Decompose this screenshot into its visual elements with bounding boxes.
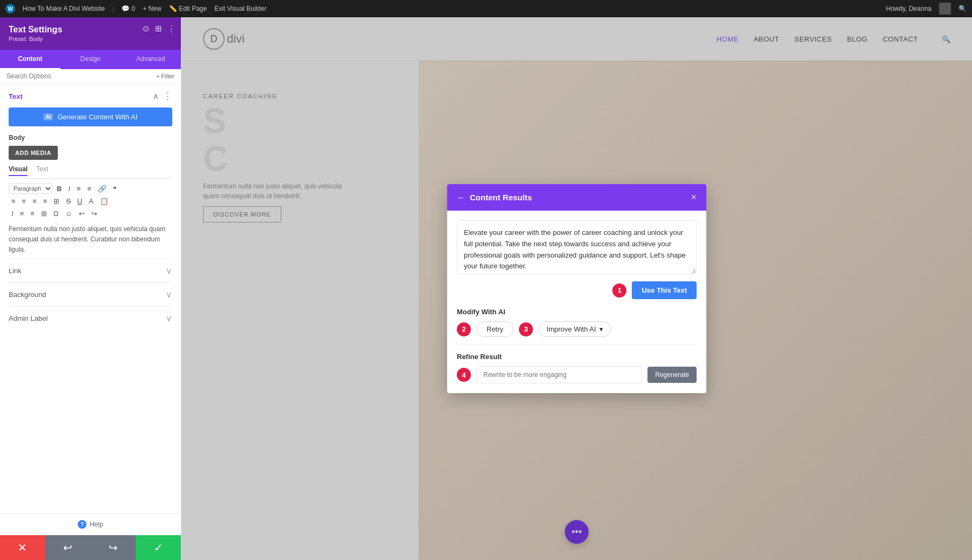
help-button[interactable]: ? Help <box>0 513 181 535</box>
fullscreen-btn[interactable]: ⊞ <box>38 208 50 219</box>
use-text-row: 1 Use This Text <box>457 281 697 299</box>
admin-bar-new[interactable]: + New <box>143 5 161 12</box>
admin-bar-site-title[interactable]: How To Make A Divi Website <box>23 5 105 12</box>
editor-tab-visual[interactable]: Visual <box>9 165 28 176</box>
admin-label-section[interactable]: Admin Label ∨ <box>9 306 172 330</box>
sidebar-icon-more[interactable]: ⋮ <box>167 24 176 33</box>
admin-bar-search-icon[interactable]: 🔍 <box>959 5 967 12</box>
generate-btn-label: Generate Content With AI <box>57 113 137 121</box>
background-section[interactable]: Background ∨ <box>9 282 172 306</box>
modal-body: Elevate your career with the power of ca… <box>447 211 706 393</box>
text-section-label: Text <box>9 92 23 100</box>
quote-btn[interactable]: ❝ <box>110 184 119 194</box>
badge-4: 4 <box>457 368 471 382</box>
text-dir-btn[interactable]: ≡ <box>28 208 37 219</box>
sidebar-preset[interactable]: Preset: Body <box>9 36 172 42</box>
cancel-button[interactable]: ✕ <box>0 535 45 560</box>
omega-btn[interactable]: Ω <box>51 208 62 219</box>
link-label: Link <box>9 267 22 275</box>
emoji-btn[interactable]: ☺ <box>63 208 75 219</box>
toolbar-row-3: I ≡ ≡ ⊞ Ω ☺ ↩ ↪ <box>9 208 172 219</box>
modify-section: Modify With AI 2 Retry 3 Improve With AI… <box>457 308 697 337</box>
undo-button[interactable]: ↩ <box>45 535 91 560</box>
link-chevron: ∨ <box>166 266 172 276</box>
paragraph-select[interactable]: Paragraph <box>9 183 53 194</box>
sidebar-icon-settings[interactable]: ⊙ <box>143 24 150 33</box>
align-left-btn[interactable]: ≡ <box>9 196 18 206</box>
wp-logo[interactable]: W <box>5 4 15 14</box>
text-section-more[interactable]: ⋮ <box>163 90 172 102</box>
admin-bar-exit[interactable]: Exit Visual Builder <box>214 5 267 12</box>
content-results-modal: ← Content Results × Elevate your career … <box>447 184 706 393</box>
indent-btn[interactable]: I <box>9 208 16 219</box>
table-btn[interactable]: ⊞ <box>51 196 62 206</box>
italic-btn[interactable]: I <box>65 184 73 194</box>
retry-button[interactable]: Retry <box>476 321 514 337</box>
editor-tabs: Visual Text <box>9 165 172 179</box>
website-preview: D divi HOME ABOUT SERVICES BLOG CONTACT … <box>181 17 972 560</box>
strikethrough-btn[interactable]: S <box>63 196 73 206</box>
tab-content[interactable]: Content <box>0 50 60 69</box>
sidebar-icon-layout[interactable]: ⊞ <box>155 24 162 33</box>
modify-buttons: 2 Retry 3 Improve With AI ▾ <box>457 321 697 337</box>
admin-label-chevron: ∨ <box>166 313 172 323</box>
underline-btn[interactable]: U <box>75 196 85 206</box>
sidebar-header-icons: ⊙ ⊞ ⋮ <box>143 24 176 33</box>
refine-row: 4 Regenerate <box>457 366 697 383</box>
text-section-chevron[interactable]: ∧ <box>153 92 158 100</box>
body-label: Body <box>9 134 172 141</box>
paste-btn[interactable]: 📋 <box>97 196 111 206</box>
ordered-list-btn[interactable]: ≡ <box>85 184 94 194</box>
badge-1: 1 <box>612 284 626 298</box>
sidebar-tabs: Content Design Advanced <box>0 50 181 69</box>
editor-tab-text[interactable]: Text <box>36 165 48 176</box>
result-textarea[interactable]: Elevate your career with the power of ca… <box>457 220 697 274</box>
tab-advanced[interactable]: Advanced <box>120 50 181 69</box>
modal-title-text: Content Results <box>470 193 532 202</box>
help-icon: ? <box>78 520 86 529</box>
admin-bar-user: Howdy, Deanna <box>886 5 932 12</box>
align-right-btn[interactable]: ≡ <box>30 196 39 206</box>
regenerate-button[interactable]: Regenerate <box>647 367 697 383</box>
redo-button[interactable]: ↪ <box>91 535 136 560</box>
unordered-list-btn[interactable]: ≡ <box>74 184 84 194</box>
redo-text-btn[interactable]: ↪ <box>89 208 100 219</box>
align-justify-btn[interactable]: ≡ <box>40 196 50 206</box>
use-text-button[interactable]: Use This Text <box>632 281 697 299</box>
generate-ai-button[interactable]: AI Generate Content With AI <box>9 107 172 126</box>
search-input[interactable] <box>6 72 153 80</box>
main-content: D divi HOME ABOUT SERVICES BLOG CONTACT … <box>181 17 972 560</box>
toolbar-row-1: Paragraph B I ≡ ≡ 🔗 ❝ <box>9 183 172 194</box>
filter-button[interactable]: + Filter <box>156 73 174 79</box>
color-btn[interactable]: A <box>86 196 96 206</box>
save-button[interactable]: ✓ <box>136 535 181 560</box>
outdent-btn[interactable]: ≡ <box>17 208 27 219</box>
search-bar: + Filter <box>0 69 181 84</box>
toolbar-row-2: ≡ ≡ ≡ ≡ ⊞ S U A 📋 <box>9 196 172 206</box>
align-center-btn[interactable]: ≡ <box>19 196 29 206</box>
modal-title: ← Content Results <box>457 193 532 203</box>
bold-btn[interactable]: B <box>54 184 64 194</box>
admin-bar-edit[interactable]: ✏️ Edit Page <box>169 5 207 12</box>
refine-section: Refine Result 4 Regenerate <box>457 345 697 383</box>
link-section[interactable]: Link ∨ <box>9 259 172 282</box>
admin-label-label: Admin Label <box>9 314 48 322</box>
undo-text-btn[interactable]: ↩ <box>76 208 87 219</box>
refine-input[interactable] <box>476 366 642 383</box>
improve-btn-label: Improve With AI <box>546 325 596 333</box>
link-btn[interactable]: 🔗 <box>95 184 109 194</box>
admin-bar-avatar <box>939 3 951 15</box>
admin-bar-comments[interactable]: 💬 0 <box>122 5 135 12</box>
modal-overlay: ← Content Results × Elevate your career … <box>181 17 972 560</box>
modify-label: Modify With AI <box>457 308 697 316</box>
modal-back-arrow[interactable]: ← <box>457 193 465 203</box>
body-text-content: Fermentum nulla non justo aliquet, quis … <box>9 221 172 259</box>
tab-design[interactable]: Design <box>60 50 121 69</box>
add-media-button[interactable]: ADD MEDIA <box>9 146 58 160</box>
admin-bar: W How To Make A Divi Website | 💬 0 + New… <box>0 0 972 17</box>
background-label: Background <box>9 291 46 299</box>
modal-close-button[interactable]: × <box>691 192 697 203</box>
text-section-header[interactable]: Text ∧ ⋮ <box>9 90 172 102</box>
improve-button[interactable]: Improve With AI ▾ <box>538 321 611 337</box>
sidebar-footer: ✕ ↩ ↪ ✓ <box>0 535 181 560</box>
